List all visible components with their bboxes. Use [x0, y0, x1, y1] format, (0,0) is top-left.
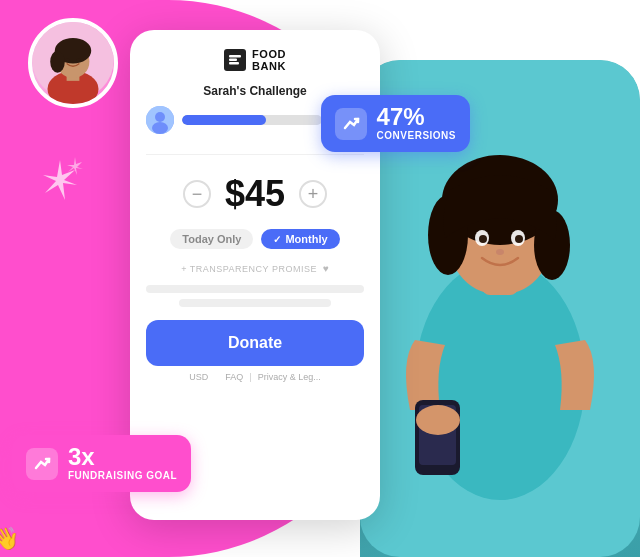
footer-links: USD FAQ | Privacy & Leg... [189, 372, 320, 382]
conversions-badge-icon [335, 108, 367, 140]
hand-emoji: 👋 [0, 526, 19, 552]
svg-rect-10 [229, 62, 239, 65]
placeholder-bar-1 [146, 285, 364, 293]
transparency-row: + TRANSPARENCY PROMISE ♥ [175, 263, 335, 274]
decrease-button[interactable]: − [183, 180, 211, 208]
fundraising-badge-text: 3x FUNDRAISING GOAL [68, 445, 177, 482]
conversions-number: 47% [377, 105, 456, 129]
increase-button[interactable]: + [299, 180, 327, 208]
footer-sep-2: | [249, 372, 251, 382]
today-only-button[interactable]: Today Only [170, 229, 253, 249]
svg-point-23 [479, 235, 487, 243]
svg-point-25 [496, 249, 504, 255]
monthly-button[interactable]: ✓ Monthly [261, 229, 339, 249]
profile-bubble [28, 18, 118, 108]
svg-point-12 [155, 112, 165, 122]
fundraising-label: FUNDRAISING GOAL [68, 469, 177, 482]
svg-rect-9 [229, 59, 237, 62]
svg-rect-8 [229, 55, 241, 58]
org-name: FOODBANK [252, 48, 286, 72]
fundraising-number: 3x [68, 445, 177, 469]
frequency-selector: Today Only ✓ Monthly [170, 229, 339, 249]
fundraising-badge-icon [26, 448, 58, 480]
logo-icon [224, 49, 246, 71]
svg-point-28 [416, 405, 460, 435]
fundraising-badge: 3x FUNDRAISING GOAL [12, 435, 191, 492]
conversions-badge: 47% CONVERSIONS [321, 95, 470, 152]
transparency-text: + TRANSPARENCY PROMISE [181, 264, 317, 274]
challenge-avatar [146, 106, 174, 134]
sparkle-decoration [35, 155, 85, 217]
svg-point-13 [152, 122, 168, 134]
svg-point-7 [77, 58, 81, 62]
progress-fill [182, 115, 266, 125]
footer-sep-1 [214, 372, 219, 382]
privacy-link[interactable]: Privacy & Leg... [258, 372, 321, 382]
faq-link[interactable]: FAQ [225, 372, 243, 382]
conversions-label: CONVERSIONS [377, 129, 456, 142]
donate-button[interactable]: Donate [146, 320, 364, 366]
check-icon: ✓ [273, 234, 281, 245]
progress-bar [182, 115, 322, 125]
currency-label: USD [189, 372, 208, 382]
amount-control: − $45 + [183, 173, 327, 215]
org-logo: FOODBANK [224, 48, 286, 72]
svg-point-6 [66, 58, 70, 62]
monthly-label: Monthly [285, 233, 327, 245]
svg-point-5 [50, 51, 65, 73]
donation-amount: $45 [225, 173, 285, 215]
divider-top [146, 154, 364, 155]
placeholder-bar-2 [179, 299, 332, 307]
heart-icon: ♥ [323, 263, 329, 274]
conversions-badge-text: 47% CONVERSIONS [377, 105, 456, 142]
svg-point-24 [515, 235, 523, 243]
